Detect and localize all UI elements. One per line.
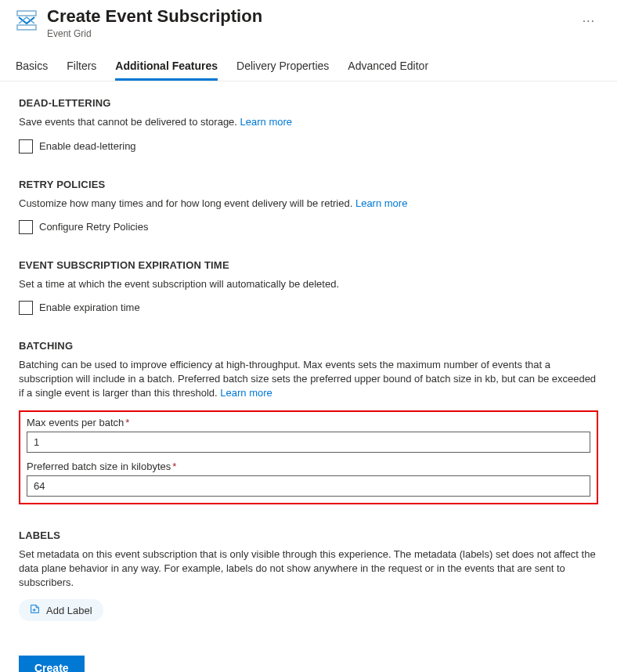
learn-more-link[interactable]: Learn more: [355, 197, 407, 209]
batch-size-input[interactable]: [27, 475, 590, 497]
section-dead-lettering: DEAD-LETTERING Save events that cannot b…: [19, 97, 598, 153]
section-title: EVENT SUBSCRIPTION EXPIRATION TIME: [19, 259, 598, 271]
event-grid-icon: [16, 9, 38, 31]
section-title: LABELS: [19, 529, 598, 541]
tab-advanced-editor[interactable]: Advanced Editor: [348, 52, 428, 81]
checkbox-label[interactable]: Enable expiration time: [39, 302, 140, 313]
learn-more-link[interactable]: Learn more: [240, 116, 292, 128]
max-events-label: Max events per batch*: [27, 417, 590, 428]
learn-more-link[interactable]: Learn more: [220, 387, 272, 399]
section-desc: Batching can be used to improve efficien…: [19, 358, 598, 401]
enable-dead-lettering-checkbox[interactable]: [19, 139, 33, 154]
add-label-button[interactable]: Add Label: [19, 599, 103, 621]
section-title: DEAD-LETTERING: [19, 97, 598, 109]
tab-additional-features[interactable]: Additional Features: [115, 52, 218, 81]
create-button[interactable]: Create: [19, 656, 85, 672]
tab-filters[interactable]: Filters: [67, 52, 96, 81]
section-title: RETRY POLICIES: [19, 179, 598, 190]
configure-retry-checkbox[interactable]: [19, 220, 33, 234]
required-indicator: *: [125, 417, 129, 428]
svg-rect-0: [17, 11, 36, 16]
tab-bar: Basics Filters Additional Features Deliv…: [0, 52, 617, 81]
section-desc: Save events that cannot be delivered to …: [19, 115, 598, 129]
batching-highlight: Max events per batch* Preferred batch si…: [19, 410, 598, 504]
section-expiration: EVENT SUBSCRIPTION EXPIRATION TIME Set a…: [19, 259, 598, 315]
section-batching: BATCHING Batching can be used to improve…: [19, 340, 598, 504]
section-desc: Set a time at which the event subscripti…: [19, 277, 598, 291]
tab-basics[interactable]: Basics: [16, 52, 48, 81]
section-title: BATCHING: [19, 340, 598, 352]
enable-expiration-checkbox[interactable]: [19, 301, 33, 315]
svg-rect-1: [17, 25, 36, 30]
page-title: Create Event Subscription: [47, 6, 567, 27]
checkbox-label[interactable]: Enable dead-lettering: [39, 140, 136, 152]
more-button[interactable]: ···: [576, 11, 601, 31]
required-indicator: *: [172, 461, 176, 472]
page-header: Create Event Subscription Event Grid ···: [0, 0, 617, 45]
section-retry-policies: RETRY POLICIES Customize how many times …: [19, 179, 598, 234]
batch-size-label: Preferred batch size in kilobytes*: [27, 461, 590, 472]
section-desc: Customize how many times and for how lon…: [19, 197, 598, 211]
checkbox-label[interactable]: Configure Retry Policies: [39, 221, 148, 233]
add-label-icon: [30, 604, 40, 616]
page-subtitle: Event Grid: [47, 28, 567, 39]
max-events-input[interactable]: [27, 432, 590, 453]
add-label-text: Add Label: [46, 605, 92, 616]
section-desc: Set metadata on this event subscription …: [19, 547, 598, 591]
tab-delivery-properties[interactable]: Delivery Properties: [236, 52, 329, 81]
footer: Create: [0, 646, 617, 672]
section-labels: LABELS Set metadata on this event subscr…: [19, 529, 598, 622]
